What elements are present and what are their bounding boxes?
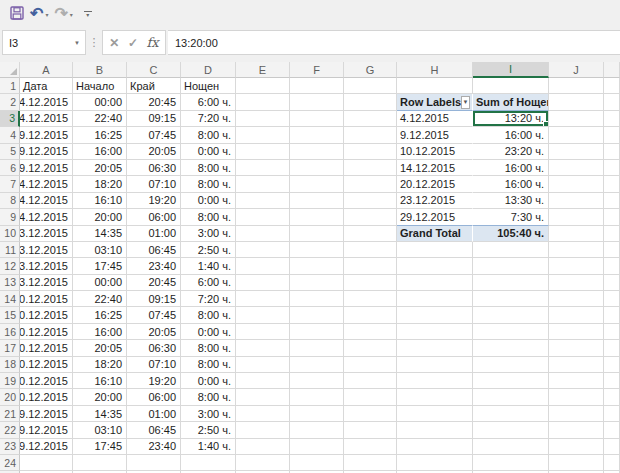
cell-A2[interactable]: 4.12.2015 — [20, 94, 73, 110]
cell-C8[interactable]: 19:20 — [127, 193, 181, 209]
row-header-12[interactable]: 12 — [0, 258, 20, 274]
cell-B4[interactable]: 16:25 — [73, 127, 127, 143]
cell-A7[interactable]: 14.12.2015 — [20, 176, 73, 192]
cell-K23[interactable] — [604, 439, 620, 455]
cell-K18[interactable] — [604, 357, 620, 373]
column-header-J[interactable]: J — [549, 62, 604, 78]
cell-J14[interactable] — [549, 291, 604, 307]
cell-E4[interactable] — [236, 127, 290, 143]
cell-F6[interactable] — [290, 160, 344, 176]
cell-F4[interactable] — [290, 127, 344, 143]
row-header-23[interactable]: 23 — [0, 439, 20, 455]
cell-F15[interactable] — [290, 307, 344, 323]
pivot-filter-button[interactable]: ▼ — [461, 96, 470, 109]
cell-K13[interactable] — [604, 275, 620, 291]
cell-I10[interactable]: 105:40 ч. — [473, 226, 549, 242]
cell-J6[interactable] — [549, 160, 604, 176]
cell-H17[interactable] — [397, 340, 473, 356]
cell-G18[interactable] — [344, 357, 397, 373]
cell-J12[interactable] — [549, 258, 604, 274]
cell-D7[interactable]: 8:00 ч. — [181, 176, 236, 192]
cell-E12[interactable] — [236, 258, 290, 274]
column-header-F[interactable]: F — [290, 62, 344, 78]
row-header-13[interactable]: 13 — [0, 275, 20, 291]
cell-B10[interactable]: 14:35 — [73, 226, 127, 242]
cell-A15[interactable]: 10.12.2015 — [20, 307, 73, 323]
cell-B9[interactable]: 20:00 — [73, 209, 127, 225]
cell-C17[interactable]: 06:30 — [127, 340, 181, 356]
column-header-partial[interactable] — [604, 62, 620, 78]
cell-G14[interactable] — [344, 291, 397, 307]
cell-D13[interactable]: 6:00 ч. — [181, 275, 236, 291]
cell-C5[interactable]: 20:05 — [127, 144, 181, 160]
row-header-2[interactable]: 2 — [0, 94, 20, 110]
cell-I12[interactable] — [473, 258, 549, 274]
cell-G1[interactable] — [344, 78, 397, 94]
column-header-A[interactable]: A — [20, 62, 73, 78]
cell-D21[interactable]: 3:00 ч. — [181, 406, 236, 422]
cell-I11[interactable] — [473, 242, 549, 258]
cell-D20[interactable]: 8:00 ч. — [181, 389, 236, 405]
cell-H2[interactable]: Row Labels▼ — [397, 94, 473, 110]
cell-F24[interactable] — [290, 455, 344, 471]
cell-G2[interactable] — [344, 94, 397, 110]
row-header-22[interactable]: 22 — [0, 422, 20, 438]
cell-G21[interactable] — [344, 406, 397, 422]
cell-C6[interactable]: 06:30 — [127, 160, 181, 176]
cell-I23[interactable] — [473, 439, 549, 455]
cell-J3[interactable] — [549, 111, 604, 127]
cell-K15[interactable] — [604, 307, 620, 323]
cell-D22[interactable]: 2:50 ч. — [181, 422, 236, 438]
cell-G24[interactable] — [344, 455, 397, 471]
row-header-9[interactable]: 9 — [0, 209, 20, 225]
cell-K7[interactable] — [604, 176, 620, 192]
cell-A10[interactable]: 23.12.2015 — [20, 226, 73, 242]
cell-B21[interactable]: 14:35 — [73, 406, 127, 422]
cell-C12[interactable]: 23:40 — [127, 258, 181, 274]
cell-C23[interactable]: 23:40 — [127, 439, 181, 455]
cell-G6[interactable] — [344, 160, 397, 176]
cell-J8[interactable] — [549, 193, 604, 209]
cell-H1[interactable] — [397, 78, 473, 94]
cell-J15[interactable] — [549, 307, 604, 323]
cell-H5[interactable]: 10.12.2015 — [397, 144, 473, 160]
row-header-24[interactable]: 24 — [0, 455, 20, 471]
cell-C24[interactable] — [127, 455, 181, 471]
cell-B14[interactable]: 22:40 — [73, 291, 127, 307]
cell-E6[interactable] — [236, 160, 290, 176]
cell-G15[interactable] — [344, 307, 397, 323]
cell-H10[interactable]: Grand Total — [397, 226, 473, 242]
cell-B24[interactable] — [73, 455, 127, 471]
cell-I2[interactable]: Sum of Нощен — [473, 94, 549, 110]
cell-I24[interactable] — [473, 455, 549, 471]
row-header-15[interactable]: 15 — [0, 307, 20, 323]
row-header-10[interactable]: 10 — [0, 226, 20, 242]
cell-C4[interactable]: 07:45 — [127, 127, 181, 143]
cell-H4[interactable]: 9.12.2015 — [397, 127, 473, 143]
cell-I16[interactable] — [473, 324, 549, 340]
row-header-11[interactable]: 11 — [0, 242, 20, 258]
cell-C14[interactable]: 09:15 — [127, 291, 181, 307]
cell-A18[interactable]: 20.12.2015 — [20, 357, 73, 373]
cell-K19[interactable] — [604, 373, 620, 389]
cell-H11[interactable] — [397, 242, 473, 258]
cell-J7[interactable] — [549, 176, 604, 192]
cell-G8[interactable] — [344, 193, 397, 209]
cell-I15[interactable] — [473, 307, 549, 323]
cell-I14[interactable] — [473, 291, 549, 307]
cell-A22[interactable]: 29.12.2015 — [20, 422, 73, 438]
cell-A6[interactable]: 9.12.2015 — [20, 160, 73, 176]
cell-D5[interactable]: 0:00 ч. — [181, 144, 236, 160]
cell-K2[interactable] — [604, 94, 620, 110]
cell-J13[interactable] — [549, 275, 604, 291]
cell-F17[interactable] — [290, 340, 344, 356]
cell-K11[interactable] — [604, 242, 620, 258]
cell-D1[interactable]: Нощен — [181, 78, 236, 94]
cell-H19[interactable] — [397, 373, 473, 389]
cell-E10[interactable] — [236, 226, 290, 242]
cell-J22[interactable] — [549, 422, 604, 438]
cell-A4[interactable]: 9.12.2015 — [20, 127, 73, 143]
cell-E18[interactable] — [236, 357, 290, 373]
cell-A20[interactable]: 20.12.2015 — [20, 389, 73, 405]
cell-K4[interactable] — [604, 127, 620, 143]
